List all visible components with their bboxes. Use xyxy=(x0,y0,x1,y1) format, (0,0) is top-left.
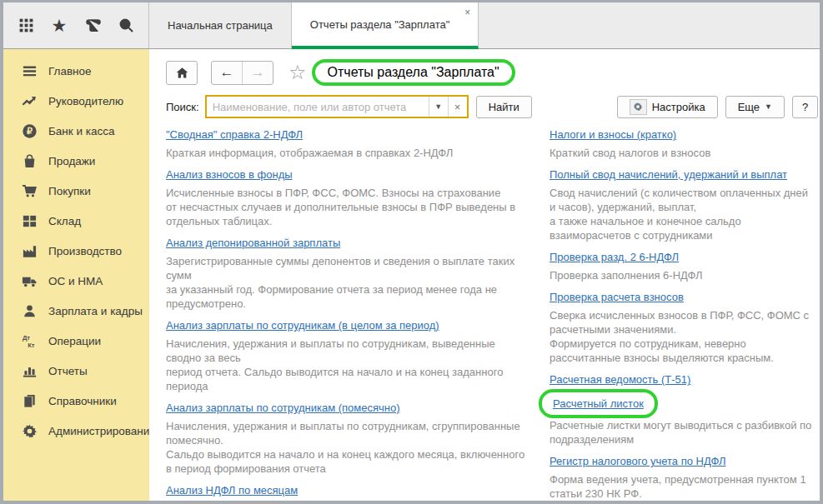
report-link[interactable]: Налоги и взносы (кратко) xyxy=(550,128,676,141)
bag-icon xyxy=(22,153,38,169)
settings-label: Настройка xyxy=(652,101,705,113)
tab-home-page[interactable]: Начальная страница xyxy=(149,2,292,48)
help-button[interactable]: ? xyxy=(792,96,818,118)
tab-salary-reports[interactable]: Отчеты раздела "Зарплата" × xyxy=(292,2,479,49)
trend-icon xyxy=(22,93,38,109)
back-button[interactable]: ← xyxy=(212,62,243,84)
factory-icon xyxy=(22,243,38,259)
sidebar-item-label: Покупки xyxy=(48,185,91,197)
search-dropdown-icon[interactable]: ▼ xyxy=(429,97,448,117)
add-favorite-star-icon[interactable]: ☆ xyxy=(289,62,307,82)
sidebar-item-operations[interactable]: ДтКт Операции xyxy=(3,326,149,356)
sidebar-item-directories[interactable]: Справочники xyxy=(3,386,149,416)
more-button[interactable]: Еще ▼ xyxy=(725,96,785,118)
sidebar-item-label: Зарплата и кадры xyxy=(48,305,143,317)
sidebar-item-fixed-assets[interactable]: ОС и НМА xyxy=(3,266,149,296)
more-label: Еще xyxy=(738,101,760,113)
report-item: Анализ депонированной зарплаты Зарегистр… xyxy=(166,235,538,311)
report-item: Расчетная ведомость (Т-51) xyxy=(550,372,818,387)
report-item: Регистр налогового учета по НДФЛ Форма в… xyxy=(550,453,818,501)
history-nav-buttons: ← → xyxy=(211,61,273,85)
sidebar-item-administration[interactable]: Администрирование xyxy=(3,416,149,446)
chevron-down-icon: ▼ xyxy=(765,102,772,111)
report-item: Полный свод начислений, удержаний и выпл… xyxy=(550,167,818,242)
sidebar-item-label: Банк и касса xyxy=(48,125,115,137)
settings-button[interactable]: Настройка xyxy=(617,96,718,118)
panel-actions: Настройка Еще ▼ ? xyxy=(617,96,818,118)
search-input[interactable] xyxy=(207,97,429,117)
sidebar-item-label: Справочники xyxy=(48,395,117,407)
tab-label: Отчеты раздела "Зарплата" xyxy=(310,18,450,31)
home-icon xyxy=(175,66,189,80)
sidebar-item-label: Склад xyxy=(48,215,81,227)
sidebar-item-warehouse[interactable]: Склад xyxy=(3,206,149,236)
report-link[interactable]: Расчетный листок xyxy=(553,397,644,410)
history-scroll-icon[interactable] xyxy=(82,15,103,37)
report-item: Проверка разд. 2 6-НДФЛ Проверка заполне… xyxy=(550,249,818,282)
report-item: Расчетный листок Расчетные листки могут … xyxy=(550,394,818,447)
sidebar-item-sales[interactable]: Продажи xyxy=(3,146,149,176)
grid-menu-icon[interactable] xyxy=(15,15,37,37)
sections-sidebar: Главное Руководителю ₽ Банк и касса Прод… xyxy=(3,49,149,501)
search-magnifier-icon[interactable] xyxy=(115,15,137,37)
sidebar-item-salary-hr[interactable]: Зарплата и кадры xyxy=(3,296,149,326)
svg-text:Кт: Кт xyxy=(28,342,35,349)
report-item: Анализ зарплаты по сотрудникам (в целом … xyxy=(166,317,538,393)
report-link[interactable]: Проверка разд. 2 6-НДФЛ xyxy=(550,251,679,263)
sidebar-item-label: Продажи xyxy=(48,155,95,167)
report-link[interactable]: Анализ зарплаты по сотрудникам (помесячн… xyxy=(166,402,400,414)
report-description: Зарегистрированные суммы депонентов и св… xyxy=(166,254,538,311)
report-link[interactable]: "Сводная" справка 2-НДФЛ xyxy=(166,128,303,141)
report-link[interactable]: Проверка расчета взносов xyxy=(550,291,684,303)
sidebar-item-production[interactable]: Производство xyxy=(3,236,149,266)
sidebar-item-reports[interactable]: Отчеты xyxy=(3,356,149,386)
sidebar-item-label: Отчеты xyxy=(48,365,88,377)
report-description: Краткий свод налогов и взносов xyxy=(550,146,818,160)
report-description: Проверка заполнения 6-НДФЛ xyxy=(550,268,818,282)
report-item: Анализ НДФЛ по месяцам xyxy=(166,482,538,498)
search-label: Поиск: xyxy=(166,101,199,113)
report-description: Форма ведения учета, предусмотренная пун… xyxy=(550,472,818,501)
hamburger-icon xyxy=(22,63,38,79)
report-description: Краткая информация, отображаемая в справ… xyxy=(166,146,538,160)
report-link[interactable]: Анализ зарплаты по сотрудникам (в целом … xyxy=(166,319,439,332)
sidebar-item-manager[interactable]: Руководителю xyxy=(3,86,149,116)
search-row: Поиск: ▼ × Найти Настройка Еще xyxy=(161,87,818,118)
boxes-icon xyxy=(22,213,38,229)
forward-button[interactable]: → xyxy=(243,62,273,84)
report-link[interactable]: Регистр налогового учета по НДФЛ xyxy=(550,455,725,467)
app-window: ★ Начальная страница Отчеты раздела "Зар… xyxy=(0,0,823,504)
top-bar: ★ Начальная страница Отчеты раздела "Зар… xyxy=(3,2,820,49)
tab-close-icon[interactable]: × xyxy=(464,7,470,18)
settings-gear-icon xyxy=(630,99,647,115)
find-button[interactable]: Найти xyxy=(476,96,532,118)
sidebar-item-purchases[interactable]: Покупки xyxy=(3,176,149,206)
search-clear-icon[interactable]: × xyxy=(448,97,467,117)
report-link[interactable]: Анализ НДФЛ по месяцам xyxy=(166,484,298,497)
sidebar-item-bank-cash[interactable]: ₽ Банк и касса xyxy=(3,116,149,146)
report-item: Анализ взносов в фонды Исчисленные взнос… xyxy=(166,167,538,228)
cart-icon xyxy=(22,183,38,199)
report-item: "Сводная" справка 2-НДФЛ Краткая информа… xyxy=(166,127,538,160)
home-button[interactable] xyxy=(166,61,198,85)
person-icon xyxy=(22,303,38,319)
books-icon xyxy=(22,393,38,409)
reports-column-left: "Сводная" справка 2-НДФЛ Краткая информа… xyxy=(166,127,538,504)
report-link[interactable]: Расчетная ведомость (Т-51) xyxy=(550,373,690,386)
search-box: ▼ × xyxy=(205,95,469,118)
sidebar-item-main[interactable]: Главное xyxy=(3,56,149,86)
report-description: Свод начислений (с количеством оплаченны… xyxy=(550,186,818,242)
sidebar-item-label: Главное xyxy=(48,65,92,77)
report-link[interactable]: Анализ взносов в фонды xyxy=(166,168,293,181)
report-description: Сверка исчисленных взносов в ПФР, ФСС, Ф… xyxy=(550,308,818,365)
svg-text:Дт: Дт xyxy=(23,334,30,342)
svg-text:₽: ₽ xyxy=(27,126,33,136)
main-toolbar: ★ xyxy=(3,2,149,48)
tab-bar: Начальная страница Отчеты раздела "Зарпл… xyxy=(149,2,479,48)
gear-icon xyxy=(22,423,38,439)
report-link[interactable]: Полный свод начислений, удержаний и выпл… xyxy=(550,168,787,181)
report-link[interactable]: Анализ депонированной зарплаты xyxy=(166,237,340,249)
report-item: Анализ зарплаты по сотрудникам (помесячн… xyxy=(166,400,538,476)
favorites-star-icon[interactable]: ★ xyxy=(48,15,70,37)
sidebar-item-label: Администрирование xyxy=(48,425,156,437)
